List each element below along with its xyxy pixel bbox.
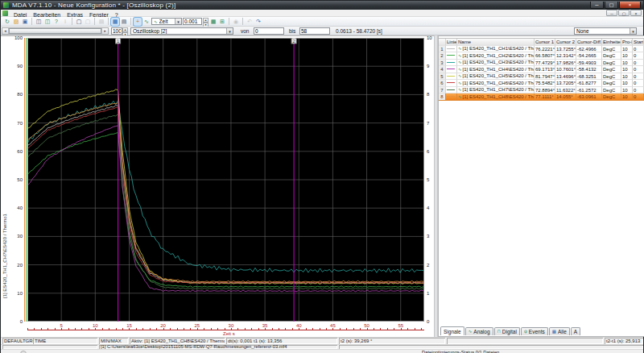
menu-item-fenster[interactable]: Fenster	[86, 12, 112, 18]
mdi-window-buttons: ─▢×	[606, 10, 642, 16]
x-signal-icon[interactable]: ∿	[142, 18, 151, 26]
prodiv-value: 10	[621, 52, 633, 60]
tab-events[interactable]: ψEvents	[521, 327, 548, 335]
row-number[interactable]: 2	[439, 52, 446, 60]
signal-name-cell[interactable]: ∿[1] ES420_TH1_CH5\ES420 / Thermo1	[457, 73, 535, 81]
column-header[interactable]: Startwert	[633, 39, 644, 46]
signal-name-cell[interactable]: ∿[1] ES420_TH1_CH8\ES420 / Thermo1	[457, 93, 535, 101]
minimize-button[interactable]: ─	[590, 2, 604, 9]
column-header[interactable]: Cursor-Diff.	[576, 39, 602, 46]
status-bar-optimization: Dateioptimierungs-Status 0/1 Dateien	[1, 349, 643, 353]
column-header[interactable]	[439, 39, 446, 46]
scrollbar-thumb[interactable]	[9, 28, 101, 34]
line-color-sample	[447, 69, 455, 69]
line-style-cell[interactable]	[446, 80, 457, 87]
table-row[interactable]: 6∿[1] ES420_TH1_CH6\ES420 / Thermo175.54…	[439, 80, 644, 87]
column-header[interactable]: Name	[457, 39, 535, 46]
row-number[interactable]: 6	[439, 80, 446, 87]
bis-input[interactable]	[299, 27, 330, 35]
line-style-cell[interactable]	[446, 93, 457, 101]
row-number[interactable]: 4	[439, 66, 446, 73]
x-axis-combo[interactable]: ∿ Zeit ▾	[151, 18, 182, 25]
column-header[interactable]: Linie	[446, 39, 457, 46]
step-spinner[interactable]: ▴▾	[203, 18, 208, 25]
scroll-right-icon[interactable]: ▸	[101, 28, 108, 34]
line-color-sample	[447, 55, 455, 56]
sync-view-icon[interactable]: ▦	[209, 18, 217, 26]
tab-alle[interactable]: ▦Alle	[549, 327, 570, 335]
cursor-label-2: 2	[293, 39, 295, 44]
redo-icon[interactable]: ↷	[254, 18, 262, 26]
oscilloscope-plot[interactable]: 12	[27, 38, 424, 322]
menu-item-extras[interactable]: Extras	[64, 12, 86, 18]
line-color-sample	[447, 62, 455, 63]
dropdown-arrow-icon[interactable]: ▾	[226, 28, 233, 34]
chart-panel: [1] ES420_TH1_CH?\ES420 / Thermo1 12 Zei…	[1, 35, 434, 337]
close-button[interactable]: ×	[619, 2, 641, 9]
line-style-cell[interactable]	[446, 87, 457, 94]
cursor-diff-value: -54.2665	[576, 52, 602, 60]
toolbar-icons-b: ▦⊞◉↶↷	[209, 18, 262, 26]
menu-item-bearbeiten[interactable]: Bearbeiten	[30, 12, 64, 18]
view-selector-combo[interactable]: Oszilloskop [2] ▾	[130, 27, 233, 35]
cursor-diff-value: -61.2572	[576, 87, 602, 94]
cursor-mode-icon[interactable]: +	[134, 18, 142, 26]
line-style-cell[interactable]	[446, 66, 457, 73]
column-header[interactable]: Pro-Div	[621, 39, 633, 46]
step-input[interactable]	[183, 18, 202, 25]
signal-name-cell[interactable]: ∿[1] ES420_TH1_CH7\ES420 / Thermo1	[457, 87, 535, 94]
tab-a[interactable]: A	[571, 327, 580, 335]
signal-name-cell[interactable]: ∿[1] ES420_TH1_CH2\ES420 / Thermo1	[457, 52, 535, 60]
table-row[interactable]: 1∿[1] ES420_TH1_CH1\ES420 / Thermo176.22…	[439, 46, 644, 53]
von-input[interactable]	[254, 27, 284, 35]
table-row[interactable]: 7∿[1] ES420_TH1_CH7\ES420 / Thermo172.88…	[439, 87, 644, 94]
cursor1-value: 66.5807°	[535, 52, 555, 60]
column-header[interactable]: Cursor 1	[535, 39, 555, 46]
zoom-spinner[interactable]: ▴▾	[122, 27, 128, 35]
startwert-value: 0	[633, 87, 644, 94]
line-style-cell[interactable]	[446, 60, 457, 67]
tab-analog[interactable]: ∿Analog	[465, 327, 493, 335]
signal-icon: ∿	[458, 73, 462, 80]
row-number[interactable]: 3	[439, 60, 446, 67]
row-number[interactable]: 1	[439, 46, 446, 53]
row-number[interactable]: 8	[439, 93, 446, 101]
scrollbar-track[interactable]	[9, 28, 101, 34]
signal-name-cell[interactable]: ∿[1] ES420_TH1_CH4\ES420 / Thermo1	[457, 66, 535, 73]
table-row[interactable]: 3∿[1] ES420_TH1_CH3\ES420 / Thermo177.47…	[439, 60, 644, 67]
line-style-cell[interactable]	[446, 46, 457, 53]
filter-combo[interactable]: None ▾	[574, 27, 637, 35]
maximize-button[interactable]: ▢	[605, 2, 618, 9]
dropdown-arrow-icon[interactable]: ▾	[630, 28, 636, 34]
mdi-minimize-button[interactable]: ─	[606, 10, 617, 16]
table-row[interactable]: 4∿[1] ES420_TH1_CH4\ES420 / Thermo169.17…	[439, 66, 644, 73]
scroll-left-icon[interactable]: ◂	[2, 28, 9, 34]
layout-grid-icon[interactable]: ⊞	[218, 18, 226, 26]
dropdown-arrow-icon[interactable]: ▾	[175, 19, 181, 24]
menu-item-datei[interactable]: Datei	[10, 12, 30, 18]
zoom-input[interactable]	[111, 27, 122, 35]
column-header[interactable]: Einheiten	[602, 39, 621, 46]
mdi-close-button[interactable]: ×	[630, 10, 642, 16]
row-number[interactable]: 7	[439, 87, 446, 94]
signal-name-cell[interactable]: ∿[1] ES420_TH1_CH6\ES420 / Thermo1	[457, 80, 535, 87]
mdi-restore-button[interactable]: ▢	[618, 10, 630, 16]
line-color-sample	[447, 96, 455, 97]
tab-digital[interactable]: ⊓Digital	[494, 327, 520, 335]
signal-tabs: Signale∿Analog⊓DigitalψEvents▦AlleA	[440, 326, 580, 335]
table-row[interactable]: 2∿[1] ES420_TH1_CH2\ES420 / Thermo166.58…	[439, 52, 644, 60]
signal-name-cell[interactable]: ∿[1] ES420_TH1_CH3\ES420 / Thermo1	[457, 60, 535, 67]
tab-signale[interactable]: Signale	[440, 326, 464, 335]
signal-name-cell[interactable]: ∿[1] ES420_TH1_CH1\ES420 / Thermo1	[457, 46, 535, 53]
menu-item-hilfe[interactable]: ?	[112, 12, 122, 18]
line-style-cell[interactable]	[446, 73, 457, 81]
table-row[interactable]: 8∿[1] ES420_TH1_CH8\ES420 / Thermo177.11…	[439, 93, 644, 101]
table-row[interactable]: 5∿[1] ES420_TH1_CH5\ES420 / Thermo181.79…	[439, 73, 644, 81]
column-header[interactable]: Cursor 2	[555, 39, 576, 46]
startwert-value: 0	[633, 66, 644, 73]
x-tick: 20	[158, 323, 169, 328]
line-style-cell[interactable]	[446, 52, 457, 60]
time-scrollbar[interactable]: ◂ ▸	[2, 27, 109, 35]
prodiv-value: 10	[621, 46, 633, 53]
row-number[interactable]: 5	[439, 73, 446, 81]
